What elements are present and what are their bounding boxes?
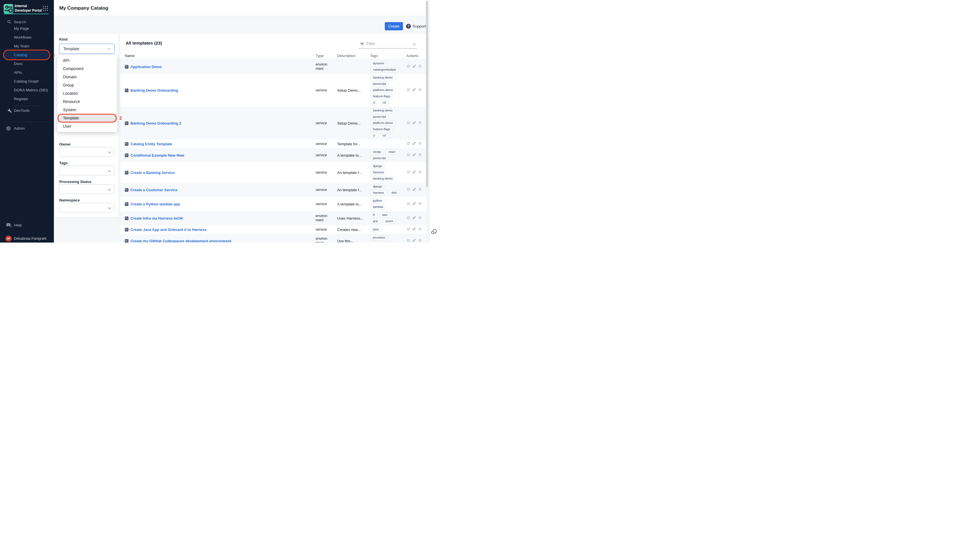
favorite-star-icon[interactable]	[418, 238, 422, 242]
edit-icon[interactable]	[412, 121, 416, 126]
clear-filter-icon[interactable]	[412, 42, 417, 46]
favorite-star-icon[interactable]	[418, 215, 422, 221]
launch-icon[interactable]	[406, 238, 410, 243]
template-icon	[125, 153, 129, 157]
entity-link[interactable]: Application Demo	[130, 65, 162, 69]
tag-chip: aws	[379, 212, 390, 218]
sidebar-item-help[interactable]: ? Help	[0, 223, 54, 229]
kind-option-component[interactable]: Component	[57, 65, 117, 73]
launch-icon[interactable]	[406, 187, 410, 193]
sidebar-item-devtools[interactable]: DevTools	[0, 108, 54, 114]
processing-status-select[interactable]	[59, 185, 115, 194]
launch-icon[interactable]	[406, 64, 410, 70]
column-header-name: Name	[125, 54, 316, 59]
kind-option-api[interactable]: API	[57, 56, 117, 65]
favorite-star-icon[interactable]	[418, 88, 422, 93]
tag-chip: platform-demo	[370, 121, 396, 126]
entity-link[interactable]: Conditional Example New New	[130, 153, 184, 158]
page-title: My Company Catalog	[59, 5, 108, 11]
chevron-down-icon	[108, 169, 111, 172]
favorite-star-icon[interactable]	[418, 120, 422, 126]
launch-icon[interactable]	[406, 141, 410, 146]
entity-link[interactable]: Create a Banking Service	[130, 170, 175, 175]
edit-icon[interactable]	[412, 170, 416, 175]
edit-icon[interactable]	[412, 64, 416, 70]
actions-cell	[406, 170, 426, 175]
scrollbar-thumb[interactable]	[426, 0, 428, 187]
sidebar-item-catalog[interactable]: Catalog1	[4, 51, 49, 59]
kind-option-domain[interactable]: Domain	[57, 73, 117, 81]
favorite-star-icon[interactable]	[418, 152, 422, 158]
launch-icon[interactable]	[406, 216, 410, 221]
kind-option-group[interactable]: Group	[57, 81, 117, 89]
entity-link[interactable]: Create Java App and Onboard it to Harnes…	[130, 228, 207, 232]
sidebar-item-register[interactable]: Register	[0, 94, 54, 103]
launch-icon[interactable]	[406, 201, 410, 207]
favorite-star-icon-glyph	[418, 141, 422, 145]
launch-icon[interactable]	[406, 227, 410, 232]
filter-input[interactable]	[366, 41, 406, 46]
favorite-star-icon[interactable]	[418, 227, 422, 232]
kind-option-system[interactable]: System	[57, 106, 117, 114]
sidebar-item-dora-metrics-sei-[interactable]: DORA Metrics (SEI)	[0, 86, 54, 94]
entity-link[interactable]: Create Infra via Harness IaCM	[130, 216, 183, 220]
edit-icon[interactable]	[412, 238, 416, 243]
favorite-star-icon[interactable]	[418, 170, 422, 175]
tag-chip: python	[370, 198, 385, 204]
entity-link[interactable]: Catalog Entity Template	[130, 142, 172, 146]
help-label: Help	[14, 223, 22, 227]
launch-icon[interactable]	[406, 153, 410, 158]
description-value: Creates new...	[337, 228, 367, 232]
support-button[interactable]: ? Support	[406, 24, 426, 29]
sidebar-item-docs[interactable]: Docs	[0, 59, 54, 68]
edit-icon-glyph	[412, 141, 416, 145]
namespace-select[interactable]	[59, 203, 115, 212]
sidebar-item-my-page[interactable]: My Page	[0, 24, 54, 33]
favorite-star-icon[interactable]	[418, 201, 422, 207]
sidebar-item-workflows[interactable]: Workflows	[0, 33, 54, 42]
edit-icon[interactable]	[412, 153, 416, 158]
edit-icon-glyph	[412, 201, 416, 206]
kind-option-user[interactable]: User	[57, 122, 117, 131]
description-value: Setup Demo...	[337, 88, 367, 92]
table-row: Catalog Entity TemplateserviceTemplate f…	[120, 140, 426, 148]
owner-select[interactable]	[59, 147, 115, 157]
sidebar-item-my-team[interactable]: My Team	[0, 42, 54, 51]
kind-option-template[interactable]: Template2	[57, 114, 117, 122]
kind-option-resource[interactable]: Resource	[57, 97, 117, 106]
templates-card: All templates (23) NameTypeDescriptionTa…	[120, 34, 426, 242]
launch-icon[interactable]	[406, 170, 410, 175]
name-cell: Create a Python lambda app	[125, 202, 316, 206]
edit-icon[interactable]	[412, 187, 416, 193]
annotation-step-2: 2	[119, 114, 122, 122]
launch-icon[interactable]	[406, 88, 410, 93]
kind-option-location[interactable]: Location	[57, 89, 117, 97]
edit-icon[interactable]	[412, 216, 416, 221]
create-button[interactable]: Create	[385, 22, 403, 30]
sidebar-item-admin[interactable]: Admin	[0, 126, 54, 132]
favorite-star-icon[interactable]	[418, 64, 422, 70]
app-window: Internal Developer Portal Search My Page…	[0, 0, 438, 242]
tag-chip: gcp	[370, 219, 381, 224]
user-avatar[interactable]: DP	[5, 236, 12, 242]
entity-link[interactable]: Banking Demo Onboarding	[130, 88, 178, 92]
tags-select[interactable]	[59, 166, 115, 175]
edit-icon[interactable]	[412, 227, 416, 232]
launch-icon[interactable]	[406, 121, 410, 126]
entity-link[interactable]: Banking Demo Onboarding 2	[130, 121, 181, 126]
sidebar-item-catalog-graph[interactable]: Catalog Graph	[0, 77, 54, 86]
entity-link[interactable]: Create a Python lambda app	[130, 202, 180, 206]
entity-link[interactable]: Create a Customer Service	[130, 188, 177, 192]
chat-bubbles-icon[interactable]	[430, 228, 437, 235]
favorite-star-icon[interactable]	[418, 187, 422, 193]
entity-link[interactable]: Create my GitHub Codespaces development …	[130, 239, 231, 243]
edit-icon[interactable]	[412, 201, 416, 207]
actions-cell	[406, 141, 426, 146]
apps-grid-icon[interactable]	[43, 6, 48, 11]
edit-icon[interactable]	[412, 141, 416, 146]
kind-select[interactable]: Template	[59, 44, 115, 54]
sidebar-item-apis[interactable]: APIs	[0, 68, 54, 77]
edit-icon[interactable]	[412, 88, 416, 93]
favorite-star-icon[interactable]	[418, 141, 422, 146]
user-name[interactable]: Debabrata Panigrahi	[14, 237, 46, 240]
